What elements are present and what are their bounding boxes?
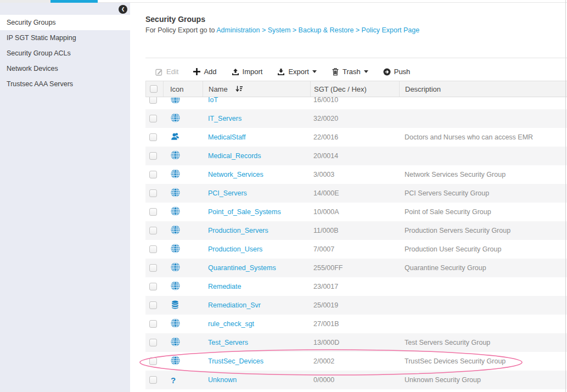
row-checkbox[interactable] — [149, 357, 157, 365]
description-value: Network Services Security Group — [405, 171, 506, 178]
trash-icon — [332, 68, 339, 76]
row-icon-cell — [163, 221, 203, 240]
row-icon-cell — [163, 277, 203, 296]
row-icon-cell — [163, 128, 203, 147]
security-group-link[interactable]: Quarantined_Systems — [208, 264, 276, 272]
security-group-link[interactable]: Point_of_Sale_Systems — [208, 208, 281, 216]
sgt-value: 13/000D — [313, 339, 339, 346]
add-button[interactable]: Add — [193, 68, 216, 76]
globe-icon — [171, 113, 180, 124]
table-row[interactable]: PCI_Servers 14/000E PCI Servers Security… — [145, 184, 567, 203]
row-description-cell: Test Servers Security Group — [399, 333, 567, 352]
row-name-cell: Network_Services — [203, 165, 310, 184]
sidebar-item-label: Security Groups — [7, 19, 56, 26]
column-header-description[interactable]: Description — [400, 81, 567, 97]
row-checkbox[interactable] — [149, 320, 157, 328]
row-sgt-cell: 25/0019 — [310, 296, 399, 315]
security-group-link[interactable]: rule_check_sgt — [208, 320, 254, 328]
row-name-cell: Remediation_Svr — [203, 296, 310, 315]
row-description-cell: Doctors and Nurses who can access EMR — [399, 128, 567, 147]
table-row[interactable]: IoT 16/0010 — [145, 97, 567, 109]
row-sgt-cell: 23/0017 — [310, 277, 399, 296]
table-row[interactable]: rule_check_sgt 27/001B — [145, 315, 567, 333]
table-row[interactable]: Remediation_Svr 25/0019 — [145, 296, 567, 315]
row-checkbox[interactable] — [149, 208, 157, 216]
security-group-link[interactable]: Medical_Records — [208, 152, 261, 160]
row-icon-cell — [163, 184, 203, 203]
table-row[interactable]: Point_of_Sale_Systems 10/000A Point of S… — [145, 203, 567, 221]
column-header-icon[interactable]: Icon — [164, 81, 203, 97]
column-header-sgt[interactable]: SGT (Dec / Hex) — [311, 81, 400, 97]
row-checkbox-cell — [145, 109, 163, 128]
security-group-link[interactable]: IoT — [208, 97, 218, 104]
trash-button[interactable]: Trash — [332, 68, 368, 76]
row-icon-cell — [163, 352, 203, 371]
sidebar-item-label: Network Devices — [7, 65, 58, 72]
row-checkbox[interactable] — [149, 376, 157, 384]
import-button[interactable]: Import — [232, 68, 263, 76]
row-checkbox[interactable] — [149, 245, 157, 253]
security-group-link[interactable]: Production_Servers — [208, 227, 268, 234]
sidebar-item-security-group-acls[interactable]: Security Group ACLs — [0, 46, 130, 61]
row-sgt-cell: 0/0000 — [310, 371, 399, 389]
column-header-name[interactable]: Name — [203, 81, 311, 97]
sidebar-item-ip-sgt-static-mapping[interactable]: IP SGT Static Mapping — [0, 30, 130, 46]
security-group-link[interactable]: MedicalStaff — [208, 133, 246, 141]
sidebar-item-security-groups[interactable]: Security Groups — [0, 15, 130, 30]
table-row[interactable]: Quarantined_Systems 255/00FF Quarantine … — [145, 259, 567, 277]
row-description-cell: Unknown Security Group — [399, 371, 567, 389]
table-row[interactable]: Production_Servers 11/000B Production Se… — [145, 221, 567, 240]
row-checkbox[interactable] — [149, 152, 157, 160]
row-name-cell: rule_check_sgt — [203, 315, 310, 333]
row-checkbox[interactable] — [149, 189, 157, 197]
sgt-value: 16/0010 — [313, 97, 338, 104]
sort-descending-icon[interactable] — [235, 86, 243, 92]
row-description-cell: Point of Sale Security Group — [399, 203, 567, 221]
security-group-link[interactable]: PCI_Servers — [208, 189, 247, 197]
sidebar-collapse-button[interactable]: ❮ — [119, 5, 127, 14]
row-checkbox[interactable] — [149, 97, 157, 104]
row-checkbox[interactable] — [149, 283, 157, 290]
row-sgt-cell: 20/0014 — [310, 147, 399, 165]
security-group-link[interactable]: Test_Servers — [208, 339, 248, 346]
table-row[interactable]: Production_Users 7/0007 Production User … — [145, 240, 567, 259]
security-group-link[interactable]: Unknown — [208, 376, 237, 384]
sidebar-item-network-devices[interactable]: Network Devices — [0, 61, 130, 76]
row-checkbox[interactable] — [149, 264, 157, 272]
row-checkbox[interactable] — [149, 133, 157, 141]
row-icon-cell — [163, 296, 203, 315]
security-group-link[interactable]: IT_Servers — [208, 115, 242, 122]
row-checkbox[interactable] — [149, 301, 157, 309]
table-row[interactable]: Test_Servers 13/000D Test Servers Securi… — [145, 333, 567, 352]
security-group-link[interactable]: Remediate — [208, 283, 241, 290]
export-button[interactable]: Export — [277, 68, 317, 76]
select-all-checkbox[interactable] — [150, 85, 158, 93]
table-row[interactable]: Medical_Records 20/0014 — [145, 147, 567, 165]
globe-icon — [171, 244, 180, 255]
security-group-link[interactable]: Network_Services — [208, 171, 263, 178]
chevron-down-icon — [312, 70, 317, 73]
security-group-link[interactable]: Production_Users — [208, 245, 262, 253]
row-description-cell: TrustSec Devices Security Group — [399, 352, 567, 371]
row-checkbox[interactable] — [149, 227, 157, 234]
table-row[interactable]: MedicalStaff 22/0016 Doctors and Nurses … — [145, 128, 567, 147]
table-row[interactable]: Remediate 23/0017 — [145, 277, 567, 296]
policy-export-link[interactable]: Administration > System > Backup & Resto… — [216, 26, 419, 34]
sidebar-item-trustsec-aaa-servers[interactable]: Trustsec AAA Servers — [0, 76, 130, 92]
table-row[interactable]: ? Unknown 0/0000 Unknown Security Group — [145, 371, 567, 389]
row-checkbox[interactable] — [149, 339, 157, 346]
table-row[interactable]: TrustSec_Devices 2/0002 TrustSec Devices… — [145, 352, 567, 371]
row-checkbox[interactable] — [149, 171, 157, 178]
row-description-cell: Network Services Security Group — [399, 165, 567, 184]
security-group-link[interactable]: TrustSec_Devices — [208, 357, 263, 365]
push-button[interactable]: Push — [383, 68, 411, 76]
trash-label: Trash — [343, 68, 361, 76]
table-row[interactable]: IT_Servers 32/0020 — [145, 109, 567, 128]
security-group-link[interactable]: Remediation_Svr — [208, 301, 261, 309]
row-checkbox[interactable] — [149, 115, 157, 122]
globe-icon — [171, 188, 180, 199]
row-sgt-cell: 13/000D — [310, 333, 399, 352]
edit-button[interactable]: Edit — [155, 68, 178, 76]
table-row[interactable]: Network_Services 3/0003 Network Services… — [145, 165, 567, 184]
globe-icon — [171, 169, 180, 180]
